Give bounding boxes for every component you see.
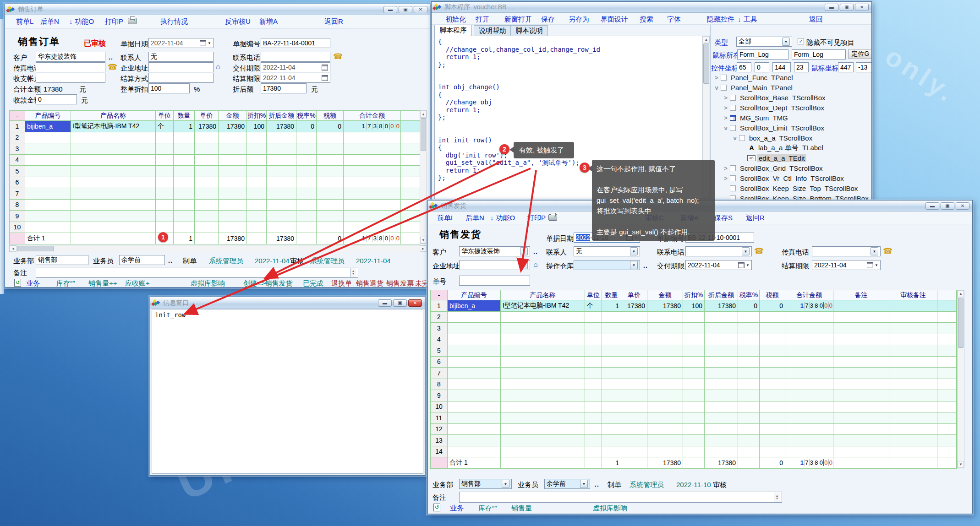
table-cell[interactable] [760,312,785,323]
table-cell[interactable]: 1738000 [344,121,401,132]
table-cell[interactable]: 0 [317,121,344,132]
component-checkbox[interactable] [721,75,727,81]
bottom-link[interactable]: 库存″″ [478,504,497,513]
tree-expand-icon[interactable]: > [723,165,729,172]
table-cell[interactable] [760,424,785,435]
table-cell[interactable] [156,200,174,211]
table-cell[interactable] [621,334,647,345]
menu-item[interactable]: 后单N [40,17,59,26]
bottom-link[interactable]: 销售量++ [88,279,117,288]
address-icon[interactable]: ⌂ [216,63,220,70]
component-checkbox[interactable] [721,85,727,91]
table-cell[interactable] [267,166,296,177]
table-cell[interactable] [25,200,71,211]
tree-item-scrollbox_vr_ctl_info[interactable]: >ScrollBox_Vr_Ctl_Info TScrollBox [711,173,871,183]
table-cell[interactable] [401,143,420,154]
table-cell[interactable] [219,155,247,166]
table-cell[interactable] [501,334,585,345]
table-cell[interactable] [785,424,833,435]
table-cell[interactable] [448,357,501,368]
table-cell[interactable] [937,312,957,323]
table-cell[interactable] [344,143,401,154]
deliver-input[interactable]: 2022-11-04 [261,62,330,72]
printer-icon[interactable] [128,18,137,24]
menu-item[interactable]: 界面设计 [601,15,628,24]
menu-item[interactable]: 保存 [541,15,555,24]
menu-item[interactable]: 保存S [714,214,733,222]
table-cell[interactable] [602,379,621,390]
table-cell[interactable]: 个 [156,121,174,132]
account-input[interactable] [36,73,105,83]
table-cell[interactable] [621,435,647,446]
table-cell[interactable] [621,312,647,323]
table-cell[interactable]: bijiben_a [25,121,71,132]
delivery-table-vscrollbar[interactable]: ▲ ▼ [957,290,964,468]
menu-item[interactable]: 打印P [105,17,123,26]
component-checkbox[interactable] [730,105,736,111]
table-cell[interactable] [219,211,247,222]
table-cell[interactable] [267,188,296,199]
table-cell[interactable] [647,390,683,401]
tree-item-scrollbox_keep_size_top[interactable]: ScrollBox_Keep_Size_Top TScrollBox [711,183,871,193]
table-cell[interactable] [219,177,247,188]
table-cell[interactable] [621,412,647,423]
table-cell[interactable] [621,401,647,412]
table-cell[interactable] [267,177,296,188]
table-cell[interactable] [621,379,647,390]
table-cell[interactable] [267,211,296,222]
table-cell[interactable] [317,211,344,222]
table-cell[interactable] [195,132,219,143]
address-icon[interactable]: ⌂ [533,261,538,268]
tree-expand-icon[interactable]: > [723,175,729,182]
table-cell[interactable] [585,368,602,379]
row-number-cell[interactable]: 7 [431,368,448,379]
person-input[interactable]: 余学前 [119,255,165,265]
table-cell[interactable] [296,132,317,143]
bottom-link[interactable]: 业务 [26,279,40,288]
menu-item[interactable]: 返回 [809,15,823,24]
table-cell[interactable] [585,312,602,323]
table-cell[interactable] [344,222,401,233]
table-cell[interactable] [937,368,957,379]
table-cell[interactable] [785,401,833,412]
menu-item[interactable]: 前单L [437,214,454,222]
table-cell[interactable] [785,323,833,334]
table-cell[interactable] [621,357,647,368]
table-cell[interactable] [401,132,420,143]
table-cell[interactable] [738,379,760,390]
component-checkbox[interactable] [730,165,736,171]
table-cell[interactable] [501,312,585,323]
phone-input[interactable] [261,52,330,62]
table-cell[interactable] [738,312,760,323]
table-cell[interactable] [317,132,344,143]
table-cell[interactable] [401,177,420,188]
menu-item[interactable]: 前单L [16,17,33,26]
bottom-link[interactable]: 业务 [450,504,464,513]
table-cell[interactable]: 1 [174,121,195,132]
table-cell[interactable] [760,446,785,457]
bottom-link[interactable]: 销售退货 [356,279,383,288]
table-cell[interactable] [71,143,156,154]
table-cell[interactable] [296,188,317,199]
table-cell[interactable] [683,345,705,356]
warehouse-combo[interactable]: ▼ [574,260,640,270]
table-cell[interactable] [585,323,602,334]
table-cell[interactable] [683,412,705,423]
table-cell[interactable] [833,412,889,423]
menu-item[interactable]: ↓功能O [69,17,94,26]
locate-button[interactable]: 定位G [849,49,871,59]
chevron-down-icon[interactable]: ▼ [208,41,211,45]
table-cell[interactable] [647,345,683,356]
table-cell[interactable] [195,143,219,154]
close-button[interactable]: ✕ [414,6,427,13]
chevron-down-icon[interactable]: ▼ [630,261,638,269]
table-cell[interactable] [448,435,501,446]
calendar-icon[interactable] [322,65,328,70]
row-number-cell[interactable]: 13 [431,435,448,446]
table-cell[interactable] [833,379,889,390]
term-input[interactable]: 2022-11-04▼ [812,260,881,270]
table-cell[interactable] [448,390,501,401]
table-cell[interactable] [937,357,957,368]
table-cell[interactable] [602,446,621,457]
chevron-down-icon[interactable]: ▼ [782,38,790,46]
